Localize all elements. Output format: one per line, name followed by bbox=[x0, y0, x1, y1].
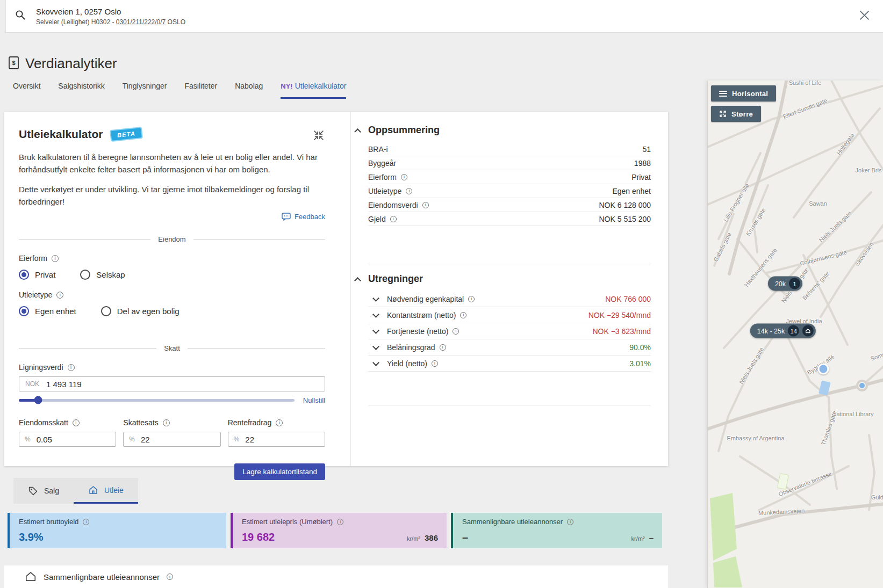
chevron-down-icon[interactable] bbox=[372, 327, 379, 334]
tab-utleiekalkulator[interactable]: NY!Utleiekalkulator bbox=[281, 82, 346, 99]
info-icon[interactable] bbox=[401, 174, 407, 180]
house-icon bbox=[88, 485, 98, 495]
ligningsverdi-input[interactable]: NOK 1 493 119 bbox=[19, 376, 325, 391]
calculator-title: Utleiekalkulator bbox=[19, 128, 103, 141]
calculation-row: Nødvendig egenkapital NOK 766 000 bbox=[368, 291, 651, 307]
calculation-row: Belåningsgrad 90.0% bbox=[368, 339, 651, 355]
summary-row: Byggeår 1988 bbox=[368, 156, 651, 170]
info-icon[interactable] bbox=[68, 364, 75, 371]
tab-fasiliteter[interactable]: Fasiliteter bbox=[184, 82, 217, 99]
new-badge: NY! bbox=[281, 82, 292, 90]
tab-nabolag[interactable]: Nabolag bbox=[235, 82, 263, 99]
calculation-row: Fortjeneste (netto) NOK −3 623/mnd bbox=[368, 323, 651, 339]
summary-row: BRA-i 51 bbox=[368, 142, 651, 156]
chevron-up-icon bbox=[354, 128, 361, 135]
radio-selskap[interactable]: Selskap bbox=[80, 270, 125, 280]
info-icon[interactable] bbox=[83, 519, 89, 525]
info-icon[interactable] bbox=[468, 296, 475, 302]
ligningsverdi-slider-handle[interactable] bbox=[34, 396, 42, 404]
info-icon[interactable] bbox=[460, 312, 466, 318]
chevron-down-icon[interactable] bbox=[372, 359, 379, 366]
utleietype-radio-group: Egen enhet Del av egen bolig bbox=[19, 306, 325, 316]
info-icon[interactable] bbox=[567, 519, 573, 525]
calculations-heading[interactable]: Utregninger bbox=[355, 273, 651, 285]
utleiepris-value: 19 682 bbox=[242, 531, 275, 543]
close-icon[interactable] bbox=[860, 11, 869, 22]
skattesats-input[interactable]: % 22 bbox=[123, 432, 220, 447]
document-icon: $ bbox=[8, 56, 19, 72]
house-outline-icon bbox=[25, 571, 37, 583]
sale-rent-tabs: Salg Utleie bbox=[13, 478, 138, 504]
info-icon[interactable] bbox=[52, 255, 59, 262]
summary-row: Eiendomsverdi NOK 6 128 000 bbox=[368, 198, 651, 212]
info-icon[interactable] bbox=[406, 188, 412, 194]
save-calculator-button[interactable]: Lagre kalkulatortilstand bbox=[234, 463, 325, 480]
summary-row: Utleietype Egen enhet bbox=[368, 184, 651, 198]
feedback-link[interactable]: Feedback bbox=[19, 213, 325, 221]
property-city: OSLO bbox=[166, 18, 185, 26]
rentefradrag-label: Rentefradrag bbox=[228, 418, 325, 427]
larger-map-button[interactable]: Større bbox=[711, 106, 761, 122]
chevron-down-icon[interactable] bbox=[372, 311, 379, 318]
radio-unselected-icon bbox=[101, 306, 111, 316]
map-panel[interactable]: Sushi of Life Eilert Sundts gate Holtega… bbox=[707, 81, 883, 588]
summary-heading[interactable]: Oppsummering bbox=[355, 125, 651, 136]
info-icon[interactable] bbox=[163, 419, 170, 426]
utleietype-label: Utleietype bbox=[19, 291, 325, 299]
card-label: Estimert utleiepris (Umøblert) bbox=[242, 518, 438, 526]
card-label: Sammenlignbare utleieannonser bbox=[462, 518, 654, 526]
info-icon[interactable] bbox=[167, 574, 173, 580]
chevron-up-icon bbox=[354, 277, 361, 284]
chevron-down-icon[interactable] bbox=[372, 295, 379, 302]
radio-selected-icon bbox=[19, 270, 29, 280]
comparables-section-header[interactable]: Sammenlignbare utleieannonser bbox=[4, 565, 668, 588]
info-icon[interactable] bbox=[56, 292, 63, 299]
unit-value: kr/m²– bbox=[631, 533, 654, 542]
expand-icon bbox=[719, 110, 727, 118]
info-icon[interactable] bbox=[440, 344, 446, 351]
chevron-down-icon[interactable] bbox=[372, 343, 379, 350]
search-icon[interactable] bbox=[15, 9, 26, 23]
currency-prefix: NOK bbox=[25, 380, 39, 388]
eiendomsskatt-input[interactable]: % 0.05 bbox=[19, 432, 116, 447]
section-separator bbox=[368, 265, 651, 265]
info-icon[interactable] bbox=[453, 328, 459, 335]
price-pill-14k-25k[interactable]: 14k - 25k 14 bbox=[750, 324, 816, 338]
info-icon[interactable] bbox=[422, 202, 429, 208]
eiendomsskatt-label: Eiendomsskatt bbox=[19, 418, 116, 427]
tab-salg[interactable]: Salg bbox=[13, 478, 74, 504]
radio-egen-enhet[interactable]: Egen enhet bbox=[19, 306, 76, 316]
radio-selected-icon bbox=[19, 306, 29, 316]
ligningsverdi-slider[interactable] bbox=[19, 396, 295, 404]
reset-link[interactable]: Nullstill bbox=[303, 396, 325, 404]
property-location-marker[interactable] bbox=[818, 364, 829, 375]
ligningsverdi-slider-row: Nullstill bbox=[19, 396, 325, 404]
tab-oversikt[interactable]: Oversikt bbox=[13, 82, 40, 99]
map-label: National Library bbox=[832, 411, 873, 417]
info-icon[interactable] bbox=[432, 360, 438, 367]
tab-tinglysninger[interactable]: Tinglysninger bbox=[123, 82, 167, 99]
radio-privat[interactable]: Privat bbox=[19, 270, 55, 280]
info-icon[interactable] bbox=[73, 419, 80, 426]
info-icon[interactable] bbox=[390, 216, 397, 222]
tax-fields: Eiendomsskatt % 0.05 Skattesats % 22 Ren bbox=[19, 418, 325, 447]
info-icon[interactable] bbox=[337, 519, 343, 525]
property-type: Selveier (Leilighet) H0302 - bbox=[36, 18, 116, 26]
price-pill-20k[interactable]: 20k 1 bbox=[768, 277, 802, 291]
tab-utleie[interactable]: Utleie bbox=[74, 478, 138, 504]
comparables-value: – bbox=[462, 531, 468, 543]
info-icon[interactable] bbox=[276, 419, 283, 426]
collapse-icon[interactable] bbox=[312, 129, 325, 144]
summary-row: Eierform Privat bbox=[368, 170, 651, 184]
radio-unselected-icon bbox=[80, 270, 90, 280]
map-label: Joker Bris bbox=[856, 167, 882, 173]
property-header: Skovveien 1, 0257 Oslo Selveier (Leiligh… bbox=[5, 0, 883, 33]
tab-bar: Oversikt Salgshistorikk Tinglysninger Fa… bbox=[13, 82, 346, 99]
horizontal-layout-button[interactable]: Horisontal bbox=[711, 85, 776, 101]
calculator-intro-1: Bruk kalkulatoren til å beregne lønnsomh… bbox=[19, 151, 325, 176]
slider-track bbox=[19, 399, 295, 402]
rentefradrag-input[interactable]: % 22 bbox=[228, 432, 325, 447]
cadastre-link[interactable]: 0301/211/222/0/7 bbox=[116, 18, 166, 26]
radio-del-av-egen-bolig[interactable]: Del av egen bolig bbox=[101, 306, 180, 316]
tab-salgshistorikk[interactable]: Salgshistorikk bbox=[58, 82, 104, 99]
